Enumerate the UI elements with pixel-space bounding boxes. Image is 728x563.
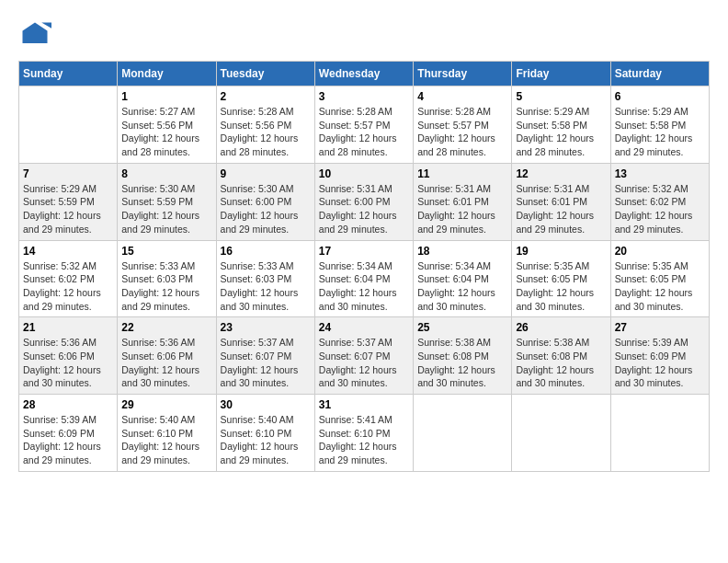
day-number: 5 <box>516 90 606 103</box>
day-number: 15 <box>121 245 211 258</box>
calendar-cell: 1Sunrise: 5:27 AMSunset: 5:56 PMDaylight… <box>118 86 216 164</box>
calendar-cell: 22Sunrise: 5:36 AMSunset: 6:06 PMDayligh… <box>118 317 216 395</box>
calendar-cell: 13Sunrise: 5:32 AMSunset: 6:02 PMDayligh… <box>610 163 709 240</box>
calendar-cell: 7Sunrise: 5:29 AMSunset: 5:59 PMDaylight… <box>19 163 118 240</box>
day-number: 14 <box>23 245 113 258</box>
day-info: Sunrise: 5:33 AMSunset: 6:03 PMDaylight:… <box>221 259 311 314</box>
day-info: Sunrise: 5:37 AMSunset: 6:07 PMDaylight:… <box>221 336 311 390</box>
calendar-day-header: Thursday <box>414 62 512 86</box>
day-info: Sunrise: 5:28 AMSunset: 5:57 PMDaylight:… <box>417 105 507 159</box>
calendar-cell: 6Sunrise: 5:29 AMSunset: 5:58 PMDaylight… <box>610 86 709 164</box>
calendar-cell: 14Sunrise: 5:32 AMSunset: 6:02 PMDayligh… <box>19 240 118 317</box>
day-info: Sunrise: 5:31 AMSunset: 6:01 PMDaylight:… <box>417 182 507 236</box>
day-number: 22 <box>121 321 211 334</box>
day-info: Sunrise: 5:35 AMSunset: 6:05 PMDaylight:… <box>516 259 606 314</box>
day-info: Sunrise: 5:28 AMSunset: 5:57 PMDaylight:… <box>319 105 409 159</box>
calendar-cell: 30Sunrise: 5:40 AMSunset: 6:10 PMDayligh… <box>216 395 314 472</box>
day-info: Sunrise: 5:34 AMSunset: 6:04 PMDaylight:… <box>319 259 409 314</box>
calendar-week-row: 28Sunrise: 5:39 AMSunset: 6:09 PMDayligh… <box>19 395 710 472</box>
day-info: Sunrise: 5:38 AMSunset: 6:08 PMDaylight:… <box>516 336 606 390</box>
calendar-cell: 9Sunrise: 5:30 AMSunset: 6:00 PMDaylight… <box>216 163 314 240</box>
day-number: 3 <box>319 90 409 103</box>
calendar-cell: 31Sunrise: 5:41 AMSunset: 6:10 PMDayligh… <box>314 395 413 472</box>
calendar-cell: 4Sunrise: 5:28 AMSunset: 5:57 PMDaylight… <box>414 86 512 164</box>
calendar-cell: 21Sunrise: 5:36 AMSunset: 6:06 PMDayligh… <box>19 317 118 395</box>
day-number: 26 <box>516 321 606 334</box>
svg-marker-1 <box>41 23 51 29</box>
day-info: Sunrise: 5:30 AMSunset: 6:00 PMDaylight:… <box>221 182 311 236</box>
day-info: Sunrise: 5:28 AMSunset: 5:56 PMDaylight:… <box>221 105 311 159</box>
calendar-cell: 25Sunrise: 5:38 AMSunset: 6:08 PMDayligh… <box>414 317 512 395</box>
calendar-cell <box>512 395 610 472</box>
calendar-cell: 2Sunrise: 5:28 AMSunset: 5:56 PMDaylight… <box>216 86 314 164</box>
calendar-week-row: 14Sunrise: 5:32 AMSunset: 6:02 PMDayligh… <box>19 240 710 317</box>
day-info: Sunrise: 5:27 AMSunset: 5:56 PMDaylight:… <box>121 105 211 159</box>
day-info: Sunrise: 5:37 AMSunset: 6:07 PMDaylight:… <box>319 336 409 390</box>
calendar-week-row: 7Sunrise: 5:29 AMSunset: 5:59 PMDaylight… <box>19 163 710 240</box>
day-info: Sunrise: 5:35 AMSunset: 6:05 PMDaylight:… <box>615 259 705 314</box>
day-number: 11 <box>417 167 507 180</box>
day-number: 12 <box>516 167 606 180</box>
day-info: Sunrise: 5:29 AMSunset: 5:59 PMDaylight:… <box>23 182 113 236</box>
day-info: Sunrise: 5:31 AMSunset: 6:01 PMDaylight:… <box>516 182 606 236</box>
calendar-cell: 11Sunrise: 5:31 AMSunset: 6:01 PMDayligh… <box>414 163 512 240</box>
calendar-header-row: SundayMondayTuesdayWednesdayThursdayFrid… <box>19 62 710 86</box>
day-info: Sunrise: 5:31 AMSunset: 6:00 PMDaylight:… <box>319 182 409 236</box>
calendar-cell: 20Sunrise: 5:35 AMSunset: 6:05 PMDayligh… <box>610 240 709 317</box>
day-number: 16 <box>221 245 311 258</box>
calendar-cell: 17Sunrise: 5:34 AMSunset: 6:04 PMDayligh… <box>314 240 413 317</box>
day-info: Sunrise: 5:38 AMSunset: 6:08 PMDaylight:… <box>417 336 507 390</box>
day-number: 7 <box>23 167 113 180</box>
day-number: 8 <box>121 167 211 180</box>
calendar-cell: 10Sunrise: 5:31 AMSunset: 6:00 PMDayligh… <box>314 163 413 240</box>
day-info: Sunrise: 5:39 AMSunset: 6:09 PMDaylight:… <box>23 413 113 467</box>
calendar-day-header: Saturday <box>610 62 709 86</box>
calendar-cell: 19Sunrise: 5:35 AMSunset: 6:05 PMDayligh… <box>512 240 610 317</box>
day-info: Sunrise: 5:29 AMSunset: 5:58 PMDaylight:… <box>516 105 606 159</box>
day-info: Sunrise: 5:36 AMSunset: 6:06 PMDaylight:… <box>23 336 113 390</box>
svg-marker-0 <box>23 23 48 44</box>
calendar-week-row: 21Sunrise: 5:36 AMSunset: 6:06 PMDayligh… <box>19 317 710 395</box>
calendar-cell: 15Sunrise: 5:33 AMSunset: 6:03 PMDayligh… <box>118 240 216 317</box>
day-number: 1 <box>121 90 211 103</box>
calendar-cell <box>414 395 512 472</box>
calendar-day-header: Sunday <box>19 62 118 86</box>
day-number: 31 <box>319 398 409 411</box>
day-info: Sunrise: 5:30 AMSunset: 5:59 PMDaylight:… <box>121 182 211 236</box>
day-info: Sunrise: 5:40 AMSunset: 6:10 PMDaylight:… <box>121 413 211 467</box>
calendar-cell: 3Sunrise: 5:28 AMSunset: 5:57 PMDaylight… <box>314 86 413 164</box>
calendar-day-header: Tuesday <box>216 62 314 86</box>
day-number: 30 <box>221 398 311 411</box>
day-info: Sunrise: 5:32 AMSunset: 6:02 PMDaylight:… <box>23 259 113 314</box>
day-info: Sunrise: 5:34 AMSunset: 6:04 PMDaylight:… <box>417 259 507 314</box>
day-number: 27 <box>615 321 705 334</box>
calendar-cell: 27Sunrise: 5:39 AMSunset: 6:09 PMDayligh… <box>610 317 709 395</box>
day-number: 4 <box>417 90 507 103</box>
calendar-cell: 29Sunrise: 5:40 AMSunset: 6:10 PMDayligh… <box>118 395 216 472</box>
page-header <box>18 18 710 52</box>
day-number: 21 <box>23 321 113 334</box>
day-number: 6 <box>615 90 705 103</box>
logo-icon <box>18 18 51 52</box>
calendar-cell: 24Sunrise: 5:37 AMSunset: 6:07 PMDayligh… <box>314 317 413 395</box>
day-number: 17 <box>319 245 409 258</box>
calendar-cell: 23Sunrise: 5:37 AMSunset: 6:07 PMDayligh… <box>216 317 314 395</box>
day-info: Sunrise: 5:36 AMSunset: 6:06 PMDaylight:… <box>121 336 211 390</box>
day-info: Sunrise: 5:41 AMSunset: 6:10 PMDaylight:… <box>319 413 409 467</box>
calendar-cell: 16Sunrise: 5:33 AMSunset: 6:03 PMDayligh… <box>216 240 314 317</box>
day-info: Sunrise: 5:40 AMSunset: 6:10 PMDaylight:… <box>221 413 311 467</box>
day-number: 9 <box>221 167 311 180</box>
day-number: 24 <box>319 321 409 334</box>
calendar-table: SundayMondayTuesdayWednesdayThursdayFrid… <box>18 61 710 472</box>
day-number: 23 <box>221 321 311 334</box>
calendar-day-header: Monday <box>118 62 216 86</box>
day-number: 10 <box>319 167 409 180</box>
day-number: 29 <box>121 398 211 411</box>
day-info: Sunrise: 5:39 AMSunset: 6:09 PMDaylight:… <box>615 336 705 390</box>
calendar-cell: 18Sunrise: 5:34 AMSunset: 6:04 PMDayligh… <box>414 240 512 317</box>
day-number: 25 <box>417 321 507 334</box>
day-number: 13 <box>615 167 705 180</box>
calendar-cell: 5Sunrise: 5:29 AMSunset: 5:58 PMDaylight… <box>512 86 610 164</box>
calendar-day-header: Friday <box>512 62 610 86</box>
calendar-cell <box>610 395 709 472</box>
